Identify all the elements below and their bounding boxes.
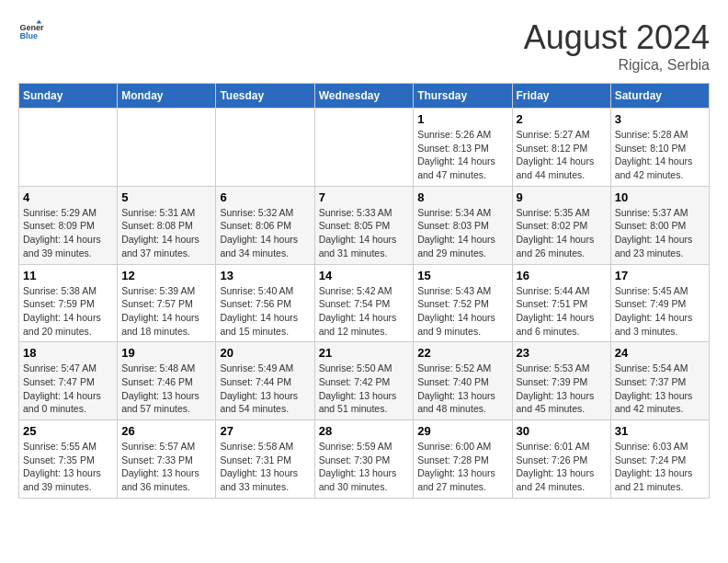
svg-text:Blue: Blue [19,31,38,40]
day-number: 1 [417,112,507,126]
day-number: 26 [121,424,211,438]
calendar-cell: 28Sunrise: 5:59 AMSunset: 7:30 PMDayligh… [314,420,414,499]
calendar-cell: 23Sunrise: 5:53 AMSunset: 7:39 PMDayligh… [512,342,610,420]
day-info: Sunrise: 5:53 AMSunset: 7:39 PMDaylight:… [517,362,607,416]
day-info: Sunrise: 5:40 AMSunset: 7:56 PMDaylight:… [220,284,310,339]
day-number: 23 [517,346,607,360]
day-number: 11 [23,269,113,282]
location-subtitle: Rigica, Serbia [524,57,710,74]
day-info: Sunrise: 5:54 AMSunset: 7:37 PMDaylight:… [615,362,705,416]
logo-icon: General Blue [18,18,44,44]
day-info: Sunrise: 5:31 AMSunset: 8:08 PMDaylight:… [121,206,211,260]
day-info: Sunrise: 5:45 AMSunset: 7:49 PMDaylight:… [615,284,705,339]
calendar-cell: 3Sunrise: 5:28 AMSunset: 8:10 PMDaylight… [610,109,709,187]
calendar-cell: 7Sunrise: 5:33 AMSunset: 8:05 PMDaylight… [314,186,414,264]
day-number: 22 [417,346,507,360]
calendar-week-row: 18Sunrise: 5:47 AMSunset: 7:47 PMDayligh… [19,342,710,420]
day-number: 17 [615,269,705,282]
calendar-cell: 16Sunrise: 5:44 AMSunset: 7:51 PMDayligh… [512,264,610,342]
calendar-cell: 30Sunrise: 6:01 AMSunset: 7:26 PMDayligh… [512,420,610,499]
calendar-week-row: 4Sunrise: 5:29 AMSunset: 8:09 PMDaylight… [19,186,710,264]
calendar-cell: 18Sunrise: 5:47 AMSunset: 7:47 PMDayligh… [19,342,118,420]
day-info: Sunrise: 5:48 AMSunset: 7:46 PMDaylight:… [121,362,211,416]
day-number: 31 [615,424,705,438]
calendar-cell [118,109,216,187]
month-year-title: August 2024 [524,18,710,57]
calendar-week-row: 25Sunrise: 5:55 AMSunset: 7:35 PMDayligh… [19,420,710,499]
calendar-header-saturday: Saturday [610,84,709,109]
calendar-cell: 6Sunrise: 5:32 AMSunset: 8:06 PMDaylight… [216,186,314,264]
calendar-cell: 10Sunrise: 5:37 AMSunset: 8:00 PMDayligh… [610,186,709,264]
logo: General Blue [18,18,44,44]
day-number: 13 [220,269,310,282]
day-info: Sunrise: 5:59 AMSunset: 7:30 PMDaylight:… [319,440,410,494]
calendar-cell: 20Sunrise: 5:49 AMSunset: 7:44 PMDayligh… [216,342,314,420]
day-number: 4 [23,190,113,204]
day-number: 20 [220,346,310,360]
day-number: 28 [319,424,410,438]
day-number: 25 [23,424,113,438]
day-info: Sunrise: 5:34 AMSunset: 8:03 PMDaylight:… [417,206,507,260]
day-info: Sunrise: 5:38 AMSunset: 7:59 PMDaylight:… [23,284,113,339]
calendar-header-thursday: Thursday [414,84,512,109]
day-number: 6 [220,190,310,204]
day-number: 29 [417,424,507,438]
calendar-cell: 26Sunrise: 5:57 AMSunset: 7:33 PMDayligh… [118,420,216,499]
day-number: 27 [220,424,310,438]
calendar-cell: 4Sunrise: 5:29 AMSunset: 8:09 PMDaylight… [19,186,118,264]
day-number: 19 [121,346,211,360]
day-number: 21 [319,346,410,360]
calendar-cell: 22Sunrise: 5:52 AMSunset: 7:40 PMDayligh… [414,342,512,420]
calendar-cell: 8Sunrise: 5:34 AMSunset: 8:03 PMDaylight… [414,186,512,264]
day-info: Sunrise: 5:39 AMSunset: 7:57 PMDaylight:… [121,284,211,339]
day-info: Sunrise: 5:42 AMSunset: 7:54 PMDaylight:… [319,284,410,339]
calendar-header-wednesday: Wednesday [314,84,414,109]
day-number: 7 [319,190,410,204]
calendar-cell: 2Sunrise: 5:27 AMSunset: 8:12 PMDaylight… [512,109,610,187]
day-info: Sunrise: 5:43 AMSunset: 7:52 PMDaylight:… [417,284,507,339]
calendar-cell: 1Sunrise: 5:26 AMSunset: 8:13 PMDaylight… [414,109,512,187]
calendar-cell: 25Sunrise: 5:55 AMSunset: 7:35 PMDayligh… [19,420,118,499]
day-info: Sunrise: 5:44 AMSunset: 7:51 PMDaylight:… [517,284,607,339]
day-info: Sunrise: 5:50 AMSunset: 7:42 PMDaylight:… [319,362,410,416]
day-info: Sunrise: 5:33 AMSunset: 8:05 PMDaylight:… [319,206,410,260]
svg-text:General: General [19,23,44,32]
day-number: 9 [517,190,607,204]
calendar-cell: 15Sunrise: 5:43 AMSunset: 7:52 PMDayligh… [414,264,512,342]
calendar-week-row: 1Sunrise: 5:26 AMSunset: 8:13 PMDaylight… [19,109,710,187]
day-info: Sunrise: 5:52 AMSunset: 7:40 PMDaylight:… [417,362,507,416]
calendar-cell [314,109,414,187]
svg-marker-2 [37,19,42,23]
day-info: Sunrise: 5:57 AMSunset: 7:33 PMDaylight:… [121,440,211,494]
day-info: Sunrise: 5:29 AMSunset: 8:09 PMDaylight:… [23,206,113,260]
day-number: 8 [417,190,507,204]
day-number: 3 [615,112,705,126]
calendar-cell: 29Sunrise: 6:00 AMSunset: 7:28 PMDayligh… [414,420,512,499]
page-header: General Blue August 2024 Rigica, Serbia [18,18,710,74]
day-info: Sunrise: 6:00 AMSunset: 7:28 PMDaylight:… [417,440,507,494]
day-info: Sunrise: 5:35 AMSunset: 8:02 PMDaylight:… [517,206,607,260]
day-info: Sunrise: 6:01 AMSunset: 7:26 PMDaylight:… [517,440,607,494]
calendar-cell: 14Sunrise: 5:42 AMSunset: 7:54 PMDayligh… [314,264,414,342]
calendar-cell: 12Sunrise: 5:39 AMSunset: 7:57 PMDayligh… [118,264,216,342]
calendar-cell [19,109,118,187]
calendar-cell: 9Sunrise: 5:35 AMSunset: 8:02 PMDaylight… [512,186,610,264]
day-number: 16 [517,269,607,282]
day-info: Sunrise: 5:26 AMSunset: 8:13 PMDaylight:… [417,128,507,182]
day-info: Sunrise: 5:49 AMSunset: 7:44 PMDaylight:… [220,362,310,416]
calendar-header-monday: Monday [118,84,216,109]
day-info: Sunrise: 5:32 AMSunset: 8:06 PMDaylight:… [220,206,310,260]
calendar-table: SundayMondayTuesdayWednesdayThursdayFrid… [18,83,710,499]
day-info: Sunrise: 5:28 AMSunset: 8:10 PMDaylight:… [615,128,705,182]
day-info: Sunrise: 6:03 AMSunset: 7:24 PMDaylight:… [615,440,705,494]
day-number: 2 [517,112,607,126]
day-number: 5 [121,190,211,204]
calendar-cell: 31Sunrise: 6:03 AMSunset: 7:24 PMDayligh… [610,420,709,499]
day-number: 10 [615,190,705,204]
day-number: 24 [615,346,705,360]
calendar-cell: 19Sunrise: 5:48 AMSunset: 7:46 PMDayligh… [118,342,216,420]
day-info: Sunrise: 5:37 AMSunset: 8:00 PMDaylight:… [615,206,705,260]
calendar-header-row: SundayMondayTuesdayWednesdayThursdayFrid… [19,84,710,109]
calendar-cell: 13Sunrise: 5:40 AMSunset: 7:56 PMDayligh… [216,264,314,342]
day-info: Sunrise: 5:58 AMSunset: 7:31 PMDaylight:… [220,440,310,494]
